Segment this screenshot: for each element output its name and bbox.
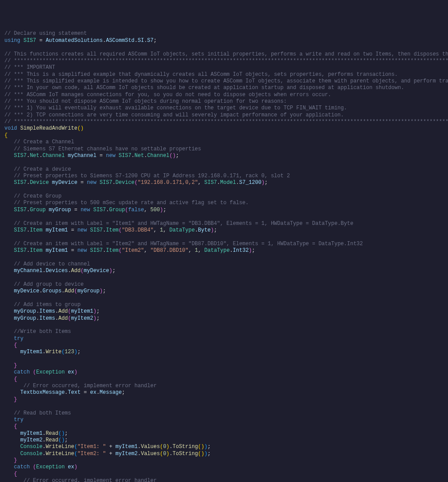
string: "Item2: " <box>78 451 106 457</box>
keyword-try: try <box>14 336 24 342</box>
comment: // Create a Channel <box>14 139 74 145</box>
variable: myItem1 <box>20 349 42 355</box>
string: "DB87.DBD10" <box>150 247 188 254</box>
type: DataType <box>204 247 230 254</box>
keyword-void: void <box>4 125 17 131</box>
brace: } <box>14 457 17 463</box>
type: SIS7 <box>204 179 217 186</box>
comment: // Create an item with Label = "Item1" a… <box>14 220 354 227</box>
type: SIS7 <box>93 207 106 213</box>
method: Write <box>46 349 62 355</box>
type: SIS7 <box>100 179 112 186</box>
variable: myItem2 <box>115 451 137 457</box>
keyword-catch: catch <box>14 464 30 470</box>
comment: // *** IMPORTANT <box>4 64 55 71</box>
brace: { <box>14 471 17 477</box>
variable: myGroup <box>14 315 36 321</box>
method: WriteLine <box>46 451 74 457</box>
variable: myGroup <box>14 308 36 314</box>
type: Item <box>106 247 119 254</box>
brace: } <box>14 362 17 369</box>
comment: // *** In your own code, all ASComm IoT … <box>4 85 404 91</box>
brace: { <box>14 423 17 430</box>
type: Device <box>30 179 49 186</box>
comment: // Preset properties to 500 mSec update … <box>14 200 249 206</box>
type: Console <box>20 451 42 457</box>
string: "DB3.DBB4" <box>122 227 154 233</box>
comment: // *************************************… <box>4 58 448 64</box>
ns: SI <box>137 37 144 44</box>
type: SIS7 <box>90 227 103 233</box>
string: "Item2" <box>122 247 144 254</box>
method: Read <box>46 437 59 443</box>
comment: // *************************************… <box>4 119 448 125</box>
ns: ASCommStd <box>106 37 134 44</box>
type: SIS7 <box>14 153 27 159</box>
type: SIS7 <box>90 247 103 254</box>
method: Add <box>71 268 81 274</box>
variable: myGroup <box>78 288 100 294</box>
comment: // Add items to group <box>14 302 81 308</box>
variable: myItem1 <box>46 227 68 233</box>
variable: myChannel <box>14 268 43 274</box>
method: Values <box>141 444 160 450</box>
code-block: // Declare using statement using SIS7 = … <box>4 30 444 482</box>
comment: // Declare using statement <box>4 30 87 37</box>
keyword-new: new <box>106 153 115 159</box>
comment: // *** This is a simplified example that… <box>4 71 398 78</box>
property: Message <box>100 389 122 396</box>
comment: // Create an item with Label = "Item2" a… <box>14 241 363 247</box>
type: SIS7 <box>14 207 27 213</box>
type: SIS7 <box>118 153 131 159</box>
variable: myDevice <box>52 179 78 186</box>
type: Console <box>20 444 42 450</box>
keyword-new: new <box>78 227 87 233</box>
variable: myItem1 <box>20 430 42 437</box>
variable: myItem1 <box>46 247 68 254</box>
type: Channel <box>42 153 64 159</box>
method: ToString <box>173 451 198 457</box>
string: "Item1: " <box>78 444 106 450</box>
brace: { <box>14 376 17 382</box>
property: Text <box>68 389 81 396</box>
number: 500 <box>150 207 160 213</box>
keyword-new: new <box>87 179 96 186</box>
comment: // *** 2) TCP connections are very time … <box>4 112 344 118</box>
property: Devices <box>46 268 68 274</box>
method: Read <box>46 430 59 437</box>
comment: // This functions creates all required A… <box>4 51 448 57</box>
comment: // *** This simplified example is intend… <box>4 78 448 84</box>
variable: myItem1 <box>71 308 93 314</box>
number: 123 <box>65 349 74 355</box>
method: Add <box>58 315 68 321</box>
type: SIS7 <box>14 227 27 233</box>
function-name: SimpleReadAndWrite <box>20 125 78 131</box>
type: Item <box>30 227 43 233</box>
comment: //Write both Items <box>14 329 71 335</box>
variable: myDevice <box>84 268 109 274</box>
comment: // Create Group <box>14 193 62 199</box>
variable: myItem2 <box>20 437 42 443</box>
comment: // Read both Items <box>14 410 71 416</box>
comment: // *** ASComm IoT manages connections fo… <box>4 92 331 98</box>
method: Values <box>141 451 160 457</box>
keyword-try: try <box>14 417 24 423</box>
variable: myChannel <box>68 153 96 159</box>
type: SIS7 <box>14 247 27 254</box>
type: Model <box>220 179 236 186</box>
type: Group <box>109 207 125 213</box>
variable: ex <box>68 369 74 375</box>
variable: myGroup <box>49 207 71 213</box>
property: Items <box>39 315 55 321</box>
type: Item <box>106 227 119 233</box>
enum: Byte <box>198 227 211 233</box>
enum: S7_1200 <box>239 179 261 186</box>
property: Groups <box>42 288 61 294</box>
brace: } <box>14 396 17 403</box>
enum: Int32 <box>233 247 249 254</box>
method: Add <box>58 308 68 314</box>
keyword-new: new <box>78 247 87 254</box>
ns: AutomatedSolutions <box>46 37 103 44</box>
type: DataType <box>170 227 195 233</box>
variable: myItem2 <box>71 315 93 321</box>
